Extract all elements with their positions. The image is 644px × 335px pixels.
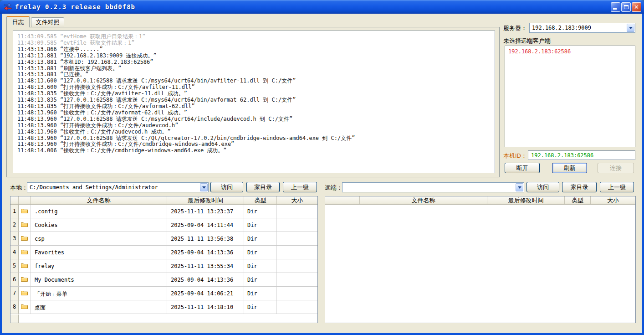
local-file-table: 文件名称 最后修改时间 类型 大小 1.config2025-11-11 13:… <box>10 196 318 323</box>
file-type: Dir <box>244 218 277 232</box>
log-line: 11:43:09.585 “evtHome 获取用户目录结果：1” <box>17 34 491 40</box>
log-line: 11:48:13.960 “打开待接收文件成功：C:/文件/audevcod.h… <box>17 123 491 129</box>
server-combobox[interactable]: 192.168.2.183:9009 <box>529 23 635 33</box>
file-row[interactable]: 7「开始」菜单2025-09-04 14:06:21Dir <box>10 287 317 300</box>
log-tab-panel: 11:43:09.585 “evtHome 获取用户目录结果：1”11:43:0… <box>6 27 500 177</box>
file-row[interactable]: 1.config2025-11-11 13:23:37Dir <box>10 205 317 218</box>
local-path-dropdown[interactable] <box>200 183 208 191</box>
server-label: 服务器： <box>503 24 527 32</box>
window-title: frelay 0.2.3 release bbd0f8b <box>15 3 611 10</box>
chevron-down-icon <box>629 27 633 29</box>
file-size <box>277 300 317 314</box>
file-row[interactable]: 8桌面2025-11-11 14:18:10Dir <box>10 300 317 314</box>
file-mtime: 2025-11-11 14:18:10 <box>167 300 244 314</box>
close-icon: ✕ <box>634 4 639 10</box>
row-number: 2 <box>10 218 19 232</box>
file-type: Dir <box>244 232 277 245</box>
file-row[interactable]: 6My Documents2025-09-04 14:13:36Dir <box>10 273 317 287</box>
file-row[interactable]: 4Favorites2025-09-04 14:13:36Dir <box>10 246 317 259</box>
maximize-button[interactable] <box>621 2 631 12</box>
tab-file-compare[interactable]: 文件对照 <box>31 17 64 27</box>
log-line: 11:48:13.600 “打开待接收文件成功：C:/文件/avfilter-1… <box>17 84 491 91</box>
header-type[interactable]: 类型 <box>244 196 277 204</box>
header-file-name[interactable]: 文件名称 <box>360 196 487 204</box>
file-name: .config <box>31 205 167 218</box>
connect-button[interactable]: 连接 <box>598 163 634 173</box>
row-number: 5 <box>10 259 19 273</box>
file-row[interactable]: 3csp2025-11-11 13:56:38Dir <box>10 232 317 246</box>
file-size <box>277 205 317 218</box>
local-home-button[interactable]: 家目录 <box>246 182 280 192</box>
row-number: 4 <box>10 246 19 259</box>
log-line: 11:48:13.960 “127.0.0.1:62588 请求发送 C:/Qt… <box>17 135 491 142</box>
file-row[interactable]: 2Cookies2025-09-04 14:11:44Dir <box>10 218 317 232</box>
log-line: 11:43:13.881 “192.168.2.183:9009 连接成功。” <box>17 53 491 59</box>
refresh-button[interactable]: 刷新 <box>552 163 587 173</box>
file-name: 「开始」菜单 <box>31 287 167 300</box>
remote-path-combobox[interactable] <box>342 182 524 192</box>
header-type[interactable]: 类型 <box>565 196 591 204</box>
header-corner <box>10 196 19 204</box>
local-id-field[interactable]: 192.168.2.183:62586 <box>528 150 635 160</box>
local-file-table-header: 文件名称 最后修改时间 类型 大小 <box>10 196 317 205</box>
folder-icon <box>21 208 28 215</box>
row-number: 8 <box>10 300 19 314</box>
file-type: Dir <box>244 259 277 273</box>
file-mtime: 2025-11-11 13:56:38 <box>167 232 244 245</box>
header-size[interactable]: 大小 <box>277 196 317 204</box>
file-mtime: 2025-11-11 13:55:34 <box>167 259 244 273</box>
local-up-button[interactable]: 上一级 <box>283 182 317 192</box>
remote-path-dropdown[interactable] <box>516 183 523 191</box>
file-type: Dir <box>244 205 277 218</box>
log-line: 11:43:13.866 “连接中......” <box>17 46 491 53</box>
file-name: 桌面 <box>31 300 167 314</box>
local-path-combobox[interactable]: C:/Documents and Settings/Administrator <box>27 182 209 192</box>
minimize-button[interactable] <box>611 2 620 12</box>
header-size[interactable]: 大小 <box>591 196 635 204</box>
no-client-selected-label: 未选择远端客户端 <box>503 37 551 45</box>
row-number: 7 <box>10 287 19 300</box>
local-path-value: C:/Documents and Settings/Administrator <box>30 184 199 191</box>
header-file-name[interactable]: 文件名称 <box>31 196 167 204</box>
file-size <box>277 259 317 273</box>
remote-home-button[interactable]: 家目录 <box>562 182 597 192</box>
file-name: frelay <box>31 259 167 273</box>
close-button[interactable]: ✕ <box>632 2 641 12</box>
file-size <box>277 218 317 232</box>
disconnect-button[interactable]: 断开 <box>505 163 540 173</box>
local-visit-button[interactable]: 访问 <box>210 182 243 192</box>
header-modified-time[interactable]: 最后修改时间 <box>167 196 244 204</box>
file-name: Cookies <box>31 218 167 232</box>
server-combobox-dropdown[interactable] <box>627 24 634 32</box>
server-combobox-value: 192.168.2.183:9009 <box>532 25 626 31</box>
row-number: 6 <box>10 273 19 286</box>
local-id-label: 本机ID： <box>503 152 527 160</box>
folder-icon <box>21 222 28 228</box>
client-list-item[interactable]: 192.168.2.183:62586 <box>508 48 632 55</box>
remote-file-table-header: 文件名称 最后修改时间 类型 大小 <box>325 196 635 205</box>
file-mtime: 2025-09-04 14:06:21 <box>167 287 244 300</box>
titlebar[interactable]: frelay 0.2.3 release bbd0f8b ✕ <box>0 0 644 14</box>
log-area[interactable]: 11:43:09.585 “evtHome 获取用户目录结果：1”11:43:0… <box>13 31 495 173</box>
remote-up-button[interactable]: 上一级 <box>600 182 634 192</box>
folder-icon <box>21 249 28 256</box>
tab-log[interactable]: 日志 <box>6 16 30 27</box>
maximize-icon <box>624 5 629 9</box>
file-row[interactable]: 5frelay2025-11-11 13:55:34Dir <box>10 259 317 273</box>
log-line: 11:48:14.006 “接收文件：C:/文件/cmdbridge-windo… <box>17 148 491 154</box>
folder-icon <box>21 304 28 310</box>
file-type: Dir <box>244 246 277 259</box>
row-header-rest <box>10 314 19 323</box>
file-mtime: 2025-09-04 14:11:44 <box>167 218 244 232</box>
file-size <box>277 287 317 300</box>
file-mtime: 2025-09-04 14:13:36 <box>167 246 244 259</box>
log-line: 11:43:09.585 “evtFile 获取文件结果：1” <box>17 40 491 46</box>
file-size <box>277 232 317 245</box>
header-modified-time[interactable]: 最后修改时间 <box>487 196 565 204</box>
folder-icon <box>21 290 28 297</box>
remote-visit-button[interactable]: 访问 <box>526 182 559 192</box>
window-content: 日志 文件对照 11:43:09.585 “evtHome 获取用户目录结果：1… <box>2 14 642 333</box>
relay-arrows-icon <box>3 2 13 12</box>
client-list[interactable]: 192.168.2.183:62586 <box>505 46 635 147</box>
chevron-down-icon <box>202 186 206 189</box>
